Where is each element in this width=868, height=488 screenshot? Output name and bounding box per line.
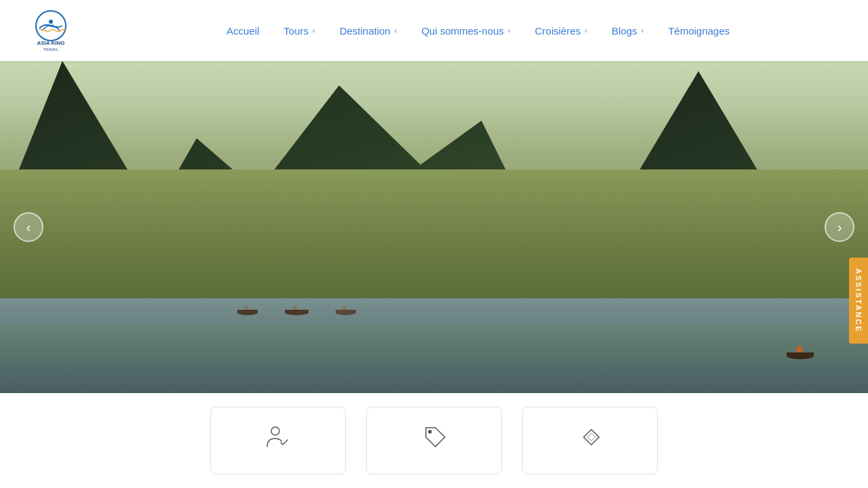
boat-1 [237,310,258,315]
assistance-button[interactable]: ASSISTANCE [849,258,868,344]
main-nav: Accueil Tours ‹ Destination ‹ Qui sommes… [108,20,848,42]
boats-group-right [787,352,814,359]
svg-point-5 [429,430,431,433]
nav-qui-sommes-nous[interactable]: Qui sommes-nous ‹ [409,20,522,42]
tag-icon [420,422,448,454]
hero-slider: ‹ › ASSISTANCE [0,61,868,393]
assistance-label[interactable]: ASSISTANCE [849,258,868,344]
svg-text:TRAVEL: TRAVEL [43,47,60,52]
boat-3 [336,310,356,315]
boat-2 [285,310,309,315]
prev-slide-button[interactable]: ‹ [14,212,43,242]
nav-tours[interactable]: Tours ‹ [271,20,327,42]
svg-rect-6 [584,429,599,445]
tours-chevron-icon: ‹ [313,26,315,35]
croisieres-chevron-icon: ‹ [585,26,587,35]
card-price [366,407,502,474]
nav-temoignages[interactable]: Témoignages [656,20,742,42]
nav-blogs[interactable]: Blogs ‹ [599,20,656,42]
person-check-icon [264,422,292,454]
qui-sommes-nous-chevron-icon: ‹ [508,26,511,35]
svg-point-1 [49,20,53,24]
diamond-icon [576,422,604,454]
nav-accueil[interactable]: Accueil [214,20,271,42]
grass-field [0,169,868,305]
nav-destination[interactable]: Destination ‹ [328,20,410,42]
boat-4 [787,352,814,359]
boats-group [237,310,356,315]
card-quality [522,407,658,474]
nav-croisieres[interactable]: Croisières ‹ [523,20,599,42]
next-slide-button[interactable]: › [825,212,854,242]
logo[interactable]: ASIA KING TRAVEL [20,7,81,54]
svg-rect-7 [587,433,595,441]
header: ASIA KING TRAVEL Accueil Tours ‹ Destina… [0,0,868,61]
destination-chevron-icon: ‹ [395,26,397,35]
water-reflection [0,325,868,366]
svg-point-4 [271,427,279,435]
blogs-chevron-icon: ‹ [641,26,644,35]
svg-text:ASIA KING: ASIA KING [37,40,64,46]
card-expert [210,407,346,474]
feature-cards-section [0,393,868,488]
